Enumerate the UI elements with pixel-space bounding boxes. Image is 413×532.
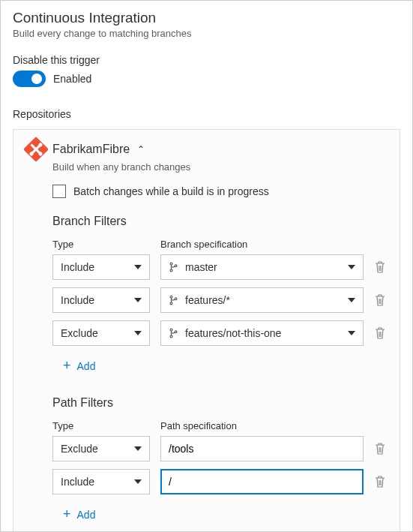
branch-icon [169,295,179,305]
branch-filter-row: Include master [52,254,386,280]
path-spec-header: Path specification [160,420,361,431]
git-icon [23,137,49,162]
path-type-header: Type [52,420,150,431]
chevron-down-icon [134,265,142,269]
branch-filter-row: Exclude features/not-this-one [52,320,386,346]
batch-label: Batch changes while a build is in progre… [73,185,269,197]
branch-spec-select[interactable]: features/not-this-one [160,320,364,346]
delete-row-button[interactable] [374,326,386,340]
path-spec-input[interactable] [160,436,364,461]
branch-spec-select[interactable]: master [160,254,364,280]
svg-point-1 [170,269,172,272]
disable-trigger-label: Disable this trigger [13,54,400,66]
repository-name: FabrikamFibre [52,143,130,156]
path-type-select[interactable]: Include [52,469,150,494]
plus-icon: + [63,358,71,374]
branch-filters-title: Branch Filters [52,215,386,228]
branch-icon [169,262,179,272]
svg-point-3 [170,296,172,298]
repository-description: Build when any branch changes [52,161,386,173]
repository-header[interactable]: FabrikamFibre ⌃ [27,140,386,158]
branch-filters-group: Branch Filters Type Branch specification… [52,215,386,374]
path-type-select[interactable]: Exclude [52,436,150,461]
chevron-down-icon [134,298,142,302]
enable-toggle[interactable] [13,71,46,87]
path-filters-title: Path Filters [52,396,386,410]
branch-type-select[interactable]: Include [52,254,150,280]
branch-type-select[interactable]: Exclude [52,320,150,346]
svg-point-0 [170,263,172,265]
delete-row-button[interactable] [374,293,386,307]
page-subtitle: Build every change to matching branches [13,28,400,39]
batch-checkbox[interactable] [52,185,66,198]
chevron-down-icon [134,479,142,484]
branch-filter-row: Include features/* [52,287,386,313]
plus-icon: + [63,506,71,522]
page-title: Continuous Integration [13,10,400,26]
chevron-up-icon: ⌃ [137,144,145,155]
svg-point-4 [170,302,172,305]
path-filter-row: Include [52,469,386,494]
delete-row-button[interactable] [374,260,386,274]
path-spec-input[interactable] [160,469,364,494]
branch-type-header: Type [52,239,150,250]
svg-point-7 [170,335,172,338]
delete-row-button[interactable] [374,475,386,488]
chevron-down-icon [134,446,142,451]
chevron-down-icon [348,265,355,269]
branch-spec-header: Branch specification [160,239,361,250]
repository-card: FabrikamFibre ⌃ Build when any branch ch… [13,129,400,532]
add-branch-filter-button[interactable]: + Add [63,358,95,374]
svg-point-6 [170,329,172,331]
toggle-state-text: Enabled [53,73,91,85]
add-path-filter-button[interactable]: + Add [63,506,95,522]
chevron-down-icon [348,298,355,302]
path-filter-row: Exclude [52,436,386,461]
delete-row-button[interactable] [374,442,386,455]
chevron-down-icon [134,331,142,335]
path-filters-group: Path Filters Type Path specification Exc… [52,396,386,522]
chevron-down-icon [348,331,355,335]
branch-spec-select[interactable]: features/* [160,287,364,313]
branch-icon [169,328,179,338]
repositories-label: Repositories [13,108,400,120]
branch-type-select[interactable]: Include [52,287,150,313]
